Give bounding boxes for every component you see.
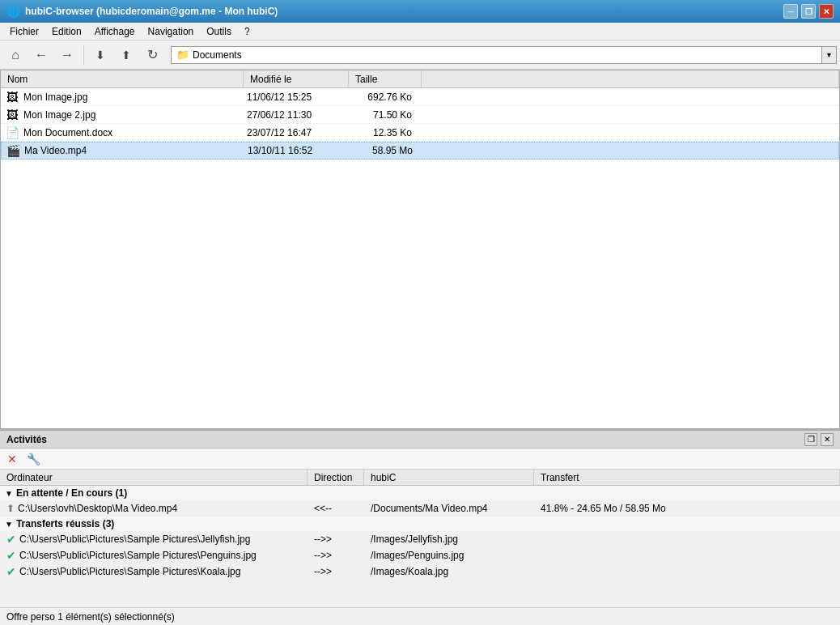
act-path: C:\Users\Public\Pictures\Sample Pictures… (19, 550, 257, 561)
activities-cancel-button[interactable]: ✕ (3, 450, 21, 468)
file-row[interactable]: 🖼Mon Image.jpg11/06/12 15:25692.76 Ko (1, 88, 839, 106)
act-cell-ordinateur: ✔C:\Users\Public\Pictures\Sample Picture… (0, 531, 308, 547)
file-name: Mon Image 2.jpg (23, 109, 240, 121)
folder-icon: 📁 (176, 49, 189, 61)
act-cell-hubic: /Images/Koala.jpg (364, 564, 534, 579)
act-cell-ordinateur: ✔C:\Users\Public\Pictures\Sample Picture… (0, 563, 308, 580)
file-size: 12.35 Ko (346, 127, 418, 138)
success-icon: ✔ (6, 565, 16, 578)
download-button[interactable]: ⬇ (88, 44, 112, 66)
home-button[interactable]: ⌂ (3, 44, 28, 66)
toolbar-separator-1 (83, 45, 84, 65)
act-cell-transfert (534, 538, 840, 541)
activities-controls: ❐ ✕ (804, 433, 834, 446)
activities-toolbar: ✕ 🔧 (0, 449, 840, 470)
status-text: Offre perso 1 élément(s) sélectionné(s) (6, 611, 175, 623)
app-icon: 🌐 (6, 5, 20, 18)
group-label: Transferts réussis (3) (16, 518, 114, 529)
file-type-icon: 🎬 (5, 143, 21, 158)
file-date: 13/10/11 16:52 (241, 145, 346, 156)
address-text: Documents (193, 49, 242, 61)
forward-button[interactable]: → (55, 44, 79, 66)
menu-bar: Fichier Edition Affichage Navigation Out… (0, 23, 840, 40)
file-name: Mon Document.docx (23, 127, 240, 138)
file-date: 27/06/12 11:30 (240, 109, 346, 121)
refresh-button[interactable]: ↻ (140, 44, 164, 66)
file-size: 58.95 Mo (346, 145, 419, 156)
activities-panel: Activités ❐ ✕ ✕ 🔧 Ordinateur Direction h… (0, 429, 840, 607)
act-col-transfert: Transfert (534, 470, 840, 485)
act-col-direction: Direction (308, 470, 364, 485)
activities-close-button[interactable]: ✕ (821, 433, 834, 446)
activities-col-header: Ordinateur Direction hubiC Transfert (0, 470, 840, 486)
group-expand-icon[interactable]: ▼ (5, 520, 13, 529)
upload-icon: ⬆ (6, 503, 15, 514)
title-bar: 🌐 hubiC-browser (hubicderomain@gom.me - … (0, 0, 840, 23)
act-group: ▼En attente / En cours (1) (0, 486, 840, 500)
act-cell-direction: -->> (308, 548, 364, 563)
file-size: 692.76 Ko (346, 91, 418, 103)
col-rest (422, 70, 839, 87)
menu-outils[interactable]: Outils (200, 24, 238, 39)
act-row[interactable]: ✔C:\Users\Public\Pictures\Sample Picture… (0, 563, 840, 580)
col-name[interactable]: Nom (1, 70, 244, 87)
back-button[interactable]: ← (29, 44, 53, 66)
title-bar-left: 🌐 hubiC-browser (hubicderomain@gom.me - … (6, 5, 278, 18)
col-size[interactable]: Taille (349, 70, 422, 87)
act-cell-hubic: /Images/Penguins.jpg (364, 548, 534, 563)
menu-navigation[interactable]: Navigation (142, 24, 201, 39)
act-row[interactable]: ⬆C:\Users\ovh\Desktop\Ma Video.mp4<<--/D… (0, 500, 840, 517)
activities-table: Ordinateur Direction hubiC Transfert ▼En… (0, 470, 840, 607)
act-row[interactable]: ✔C:\Users\Public\Pictures\Sample Picture… (0, 547, 840, 563)
file-row[interactable]: 🎬Ma Video.mp413/10/11 16:5258.95 Mo (1, 142, 839, 159)
activities-clear-button[interactable]: 🔧 (24, 450, 42, 468)
act-cell-direction: <<-- (308, 501, 364, 516)
act-cell-direction: -->> (308, 564, 364, 579)
file-list: 🖼Mon Image.jpg11/06/12 15:25692.76 Ko🖼Mo… (1, 88, 839, 428)
act-cell-hubic: /Documents/Ma Video.mp4 (364, 501, 534, 516)
menu-affichage[interactable]: Affichage (88, 24, 142, 39)
success-icon: ✔ (6, 549, 16, 562)
act-cell-ordinateur: ⬆C:\Users\ovh\Desktop\Ma Video.mp4 (0, 501, 308, 516)
file-row[interactable]: 📄Mon Document.docx23/07/12 16:4712.35 Ko (1, 124, 839, 142)
file-type-icon: 📄 (4, 125, 20, 140)
act-path: C:\Users\Public\Pictures\Sample Pictures… (19, 566, 240, 577)
success-icon: ✔ (6, 533, 16, 546)
activities-restore-button[interactable]: ❐ (804, 433, 817, 446)
menu-help[interactable]: ? (238, 24, 257, 39)
act-group: ▼Transferts réussis (3) (0, 517, 840, 531)
file-date: 23/07/12 16:47 (240, 127, 346, 138)
file-type-icon: 🖼 (4, 108, 20, 122)
toolbar: ⌂ ← → ⬇ ⬆ ↻ 📁 Documents ▼ (0, 40, 840, 70)
menu-edition[interactable]: Edition (45, 24, 88, 39)
upload-button[interactable]: ⬆ (114, 44, 138, 66)
act-cell-ordinateur: ✔C:\Users\Public\Pictures\Sample Picture… (0, 547, 308, 563)
act-cell-direction: -->> (308, 532, 364, 546)
act-cell-transfert: 41.8% - 24.65 Mo / 58.95 Mo (534, 501, 840, 516)
act-cell-transfert (534, 554, 840, 557)
maximize-button[interactable]: ❐ (801, 4, 816, 19)
file-header: Nom Modifié le Taille (1, 70, 839, 88)
activities-header: Activités ❐ ✕ (0, 431, 840, 449)
address-input[interactable]: 📁 Documents (171, 46, 822, 64)
window-title: hubiC-browser (hubicderomain@gom.me - Mo… (25, 6, 278, 17)
title-bar-controls: ─ ❐ ✕ (783, 4, 834, 19)
file-size: 71.50 Ko (346, 109, 418, 121)
group-expand-icon[interactable]: ▼ (5, 489, 13, 498)
file-row[interactable]: 🖼Mon Image 2.jpg27/06/12 11:3071.50 Ko (1, 106, 839, 124)
file-area: Nom Modifié le Taille 🖼Mon Image.jpg11/0… (0, 70, 840, 429)
menu-fichier[interactable]: Fichier (3, 24, 45, 39)
act-path: C:\Users\Public\Pictures\Sample Pictures… (19, 534, 250, 545)
address-dropdown[interactable]: ▼ (822, 46, 837, 64)
minimize-button[interactable]: ─ (783, 4, 798, 19)
act-row[interactable]: ✔C:\Users\Public\Pictures\Sample Picture… (0, 531, 840, 547)
col-date[interactable]: Modifié le (244, 70, 349, 87)
activities-title: Activités (6, 434, 47, 445)
address-bar: 📁 Documents ▼ (171, 46, 837, 64)
file-type-icon: 🖼 (4, 90, 20, 104)
act-path: C:\Users\ovh\Desktop\Ma Video.mp4 (18, 503, 177, 514)
act-rows-container: ▼En attente / En cours (1)⬆C:\Users\ovh\… (0, 486, 840, 580)
close-button[interactable]: ✕ (819, 4, 834, 19)
status-bar: Offre perso 1 élément(s) sélectionné(s) (0, 607, 840, 625)
act-col-hubic: hubiC (364, 470, 534, 485)
